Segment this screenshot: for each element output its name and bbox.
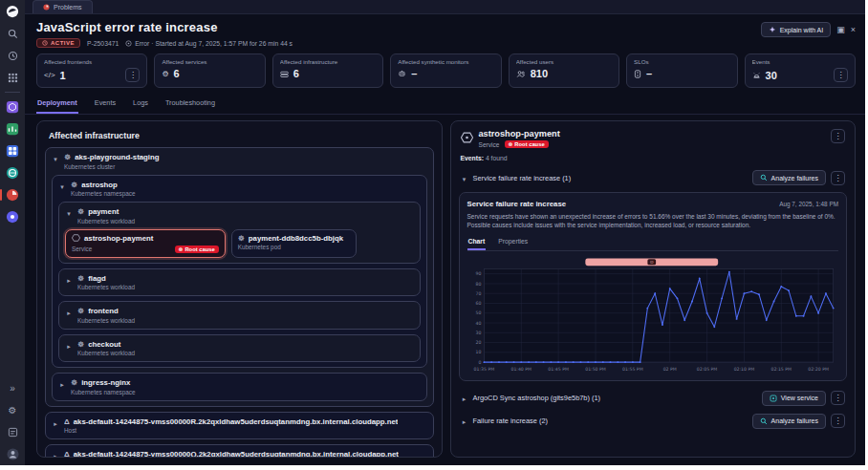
expand-rail-icon[interactable]: » bbox=[5, 380, 20, 395]
close-icon[interactable]: × bbox=[851, 25, 856, 34]
apps-grid-icon[interactable] bbox=[5, 70, 20, 85]
tree-node-workload-frontend[interactable]: ▸ ☸frontend Kubernetes workload bbox=[58, 301, 421, 330]
section-argocd-sync[interactable]: ▸ ArgoCD Sync astroshop (gits9e5b7b) (1)… bbox=[459, 387, 848, 410]
history-icon[interactable] bbox=[5, 48, 20, 63]
tab-properties[interactable]: Properties bbox=[497, 236, 529, 250]
release-notes-icon[interactable] bbox=[5, 424, 20, 439]
chevron-down-icon[interactable]: ▾ bbox=[65, 207, 73, 218]
svg-text:70: 70 bbox=[475, 291, 481, 296]
analyze-failures-button[interactable]: Analyze failures bbox=[752, 170, 826, 185]
root-cause-icon: ⊗ bbox=[509, 141, 513, 147]
affected-infrastructure-panel: Affected infrastructure ▾ ☸aks-playgroun… bbox=[36, 120, 443, 458]
users-icon bbox=[516, 70, 526, 78]
settings-icon[interactable]: ⚙ bbox=[5, 402, 20, 417]
tree-node-namespace-ingress-nginx[interactable]: ▸ ☸ingress-nginx Kubernetes namespace bbox=[52, 373, 427, 401]
app-icon-dashboards[interactable] bbox=[5, 143, 20, 159]
analyze-failures-button[interactable]: Analyze failures bbox=[752, 414, 826, 429]
kpi-events: Events 30 ⋮ bbox=[745, 53, 856, 88]
app-tab-label: Problems bbox=[54, 4, 82, 11]
event-tabs: Chart Properties bbox=[467, 236, 839, 251]
chevron-right-icon[interactable]: ▸ bbox=[52, 450, 59, 458]
events-count-line: Events: 4 found bbox=[461, 155, 846, 161]
rail-divider bbox=[5, 92, 20, 93]
view-service-icon bbox=[770, 395, 777, 402]
tree-node-workload-checkout[interactable]: ▸ ☸checkout Kubernetes workload bbox=[58, 334, 421, 363]
svg-text:⊙: ⊙ bbox=[649, 260, 653, 265]
kpi-events-menu-button[interactable]: ⋮ bbox=[834, 68, 848, 82]
tree-node-host-2[interactable]: ▸ Δaks-default-14244875-vmss00000Q.2k2qx… bbox=[45, 444, 434, 458]
active-clock-icon bbox=[42, 40, 48, 46]
tree-node-namespace-astroshop[interactable]: ▾ ☸astroshop Kubernetes namespace ▾ bbox=[52, 175, 427, 369]
section-menu-button[interactable]: ⋮ bbox=[831, 391, 845, 405]
chevron-down-icon[interactable]: ▾ bbox=[461, 173, 468, 183]
tree-node-workload-flagd[interactable]: ▸ ☸flagd Kubernetes workload bbox=[58, 268, 421, 297]
app-icon-tracing[interactable] bbox=[5, 209, 20, 224]
kpi-affected-users: Affected users 810 bbox=[509, 53, 619, 88]
section-menu-button[interactable]: ⋮ bbox=[831, 414, 845, 428]
service-icon bbox=[461, 129, 473, 147]
chevron-right-icon[interactable]: ▸ bbox=[65, 274, 73, 285]
tab-troubleshooting[interactable]: Troubleshooting bbox=[164, 96, 216, 114]
kpi-frontends-menu-button[interactable]: ⋮ bbox=[125, 68, 140, 82]
svg-text:02 PM: 02 PM bbox=[662, 367, 676, 372]
section-failure-rate-increase[interactable]: ▾ Service failure rate increase (1) Anal… bbox=[459, 166, 848, 189]
kubernetes-workload-icon: ☸ bbox=[77, 274, 84, 283]
error-icon bbox=[125, 40, 132, 47]
top-tab-strip: Problems bbox=[25, 0, 865, 14]
failure-rate-chart-svg: 010203040506070809001:35 PM01:40 PM01:45… bbox=[467, 256, 839, 374]
app-window: » ⚙ Problems JavaScript error rate incre… bbox=[0, 0, 865, 465]
tab-problems-app[interactable]: Problems bbox=[33, 0, 93, 13]
kubernetes-namespace-icon: ☸ bbox=[71, 378, 77, 387]
badge-row: Active P-2503471 Error · Started at Aug … bbox=[36, 38, 293, 48]
chevron-right-icon[interactable]: ▸ bbox=[461, 416, 468, 426]
kubernetes-workload-icon: ☸ bbox=[77, 340, 84, 349]
tab-chart[interactable]: Chart bbox=[467, 236, 487, 250]
magnifier-icon bbox=[760, 174, 768, 182]
chevron-right-icon[interactable]: ▸ bbox=[52, 417, 59, 428]
tab-deployment[interactable]: Deployment bbox=[36, 96, 78, 114]
svg-text:80: 80 bbox=[475, 281, 481, 286]
search-icon[interactable] bbox=[5, 26, 20, 41]
tree-node-pod-payment[interactable]: ☸payment-ddb8dcc5b-dbjqk Kubernetes pod bbox=[231, 229, 357, 258]
kubernetes-workload-icon: ☸ bbox=[77, 307, 84, 315]
app-icon-kubernetes[interactable] bbox=[5, 99, 20, 115]
problems-app-icon bbox=[43, 4, 50, 11]
explain-with-ai-button[interactable]: Explain with AI bbox=[761, 22, 832, 37]
panel-title: Affected infrastructure bbox=[49, 131, 434, 140]
dynatrace-logo[interactable] bbox=[5, 4, 20, 19]
active-app-indicator bbox=[0, 189, 2, 201]
event-description: Service requests have shown an unexpecte… bbox=[467, 212, 839, 230]
tab-logs[interactable]: Logs bbox=[132, 96, 149, 114]
service-icon bbox=[72, 234, 80, 244]
app-icon-logs[interactable] bbox=[5, 121, 20, 137]
detail-title: astroshop-payment bbox=[479, 129, 560, 139]
app-icon-services[interactable] bbox=[5, 165, 20, 181]
svg-text:01:50 PM: 01:50 PM bbox=[585, 367, 606, 372]
main-area: Problems JavaScript error rate increase … bbox=[25, 0, 865, 465]
view-service-button[interactable]: View service bbox=[762, 391, 826, 406]
chevron-down-icon[interactable]: ▾ bbox=[58, 181, 66, 191]
app-icon-problems[interactable] bbox=[5, 187, 20, 203]
tree-node-service-astroshop-payment[interactable]: astroshop-payment Service ⊗ Root cause bbox=[65, 229, 226, 258]
tree-node-cluster[interactable]: ▾ ☸aks-playground-staging Kubernetes clu… bbox=[45, 147, 434, 407]
tab-events[interactable]: Events bbox=[94, 96, 117, 114]
dock-panel-icon[interactable]: ▣ bbox=[836, 25, 845, 34]
tree-node-host-1[interactable]: ▸ Δaks-default-14244875-vmss00000R.2k2qx… bbox=[45, 412, 434, 440]
events-icon bbox=[752, 71, 761, 79]
svg-text:20: 20 bbox=[475, 340, 481, 345]
svg-text:02:05 PM: 02:05 PM bbox=[696, 367, 717, 372]
problem-id: P-2503471 bbox=[87, 40, 119, 47]
detail-subtitle: Service bbox=[479, 141, 500, 148]
problem-header: JavaScript error rate increase Active P-… bbox=[25, 14, 865, 52]
detail-menu-button[interactable]: ⋮ bbox=[831, 129, 845, 143]
tree-node-workload-payment[interactable]: ▾ ☸payment Kubernetes workload bbox=[58, 202, 421, 264]
chevron-right-icon[interactable]: ▸ bbox=[65, 340, 73, 351]
section-failure-rate-increase-2[interactable]: ▸ Failure rate increase (2) Analyze fail… bbox=[459, 410, 848, 433]
chevron-right-icon[interactable]: ▸ bbox=[65, 307, 73, 317]
user-avatar[interactable] bbox=[5, 446, 20, 461]
chevron-right-icon[interactable]: ▸ bbox=[461, 393, 468, 403]
chevron-right-icon[interactable]: ▸ bbox=[58, 378, 66, 389]
chevron-down-icon[interactable]: ▾ bbox=[52, 153, 59, 163]
section-menu-button[interactable]: ⋮ bbox=[831, 171, 845, 185]
svg-text:01:55 PM: 01:55 PM bbox=[622, 367, 643, 372]
